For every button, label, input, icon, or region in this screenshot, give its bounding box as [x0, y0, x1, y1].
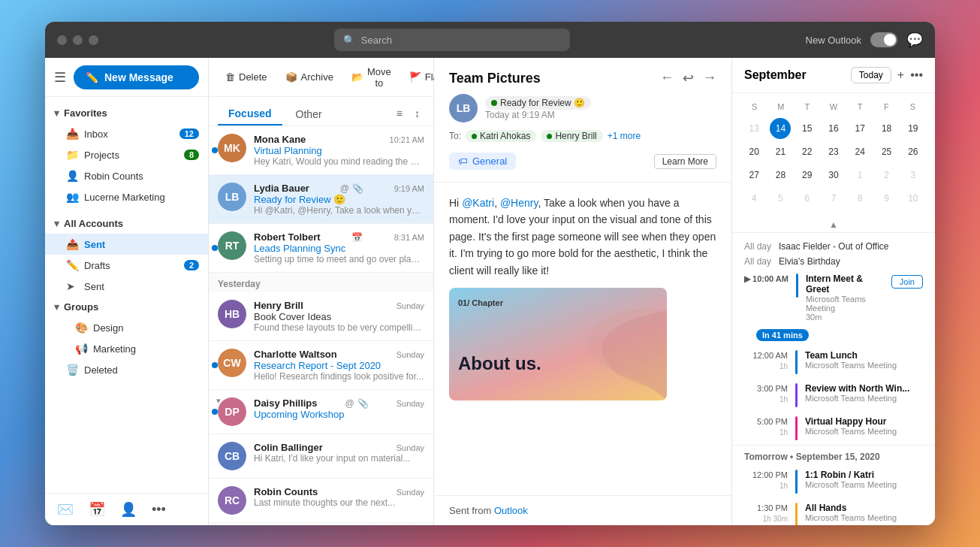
to-label: To: — [449, 131, 461, 141]
outlook-link[interactable]: Outlook — [494, 505, 528, 516]
calendar-collapse[interactable]: ▲ — [732, 216, 935, 233]
hamburger-icon[interactable]: ☰ — [54, 69, 66, 86]
day-name-s2: S — [900, 99, 926, 114]
add-event-icon[interactable]: + — [897, 68, 904, 82]
cal-day-2[interactable]: 2 — [876, 165, 897, 186]
filter-icon[interactable]: ≡ — [392, 103, 407, 125]
cal-day-18[interactable]: 18 — [876, 118, 897, 139]
event-happy-hour: 5:00 PM 1h Virtual Happy Hour Microsoft … — [732, 412, 935, 445]
sort-icon[interactable]: ↕ — [410, 103, 424, 125]
day-name-t2: T — [847, 99, 873, 114]
all-accounts-section[interactable]: ▾ All Accounts — [45, 213, 208, 234]
cal-day-27[interactable]: 27 — [743, 165, 764, 186]
sidebar-item-design[interactable]: 🎨 Design — [45, 317, 208, 338]
email-item-mona[interactable]: MK Mona Kane 10:21 AM Virtual Planning H… — [209, 126, 433, 175]
email-item-robert[interactable]: RT Robert Tolbert 📅 8:31 AM Leads Planni… — [209, 224, 433, 273]
sidebar-item-sent[interactable]: 📤 Sent — [45, 234, 208, 255]
join-button[interactable]: Join — [891, 275, 923, 289]
cal-day-8[interactable]: 8 — [849, 188, 870, 209]
sidebar-item-marketing[interactable]: 📢 Marketing — [45, 338, 208, 359]
avatar: CW — [218, 349, 246, 377]
learn-more-button[interactable]: Learn More — [654, 154, 716, 169]
sidebar-item-projects[interactable]: 📁 Projects 8 — [45, 144, 208, 165]
email-subject: Ready for Review 🙂 — [254, 194, 424, 205]
email-time: 9:19 AM — [394, 184, 424, 193]
favorites-section[interactable]: ▾ Favorites — [45, 103, 208, 123]
cal-day-19[interactable]: 19 — [903, 118, 924, 139]
cal-day-7[interactable]: 7 — [823, 188, 844, 209]
sidebar-item-sent2[interactable]: ➤ Sent — [45, 276, 208, 297]
sender-avatar: LB — [449, 94, 478, 122]
archive-button[interactable]: 📦 Archive — [278, 67, 341, 87]
people-bottom-icon[interactable]: 👤 — [120, 501, 137, 518]
new-message-button[interactable]: ✏️ New Message — [74, 65, 199, 89]
cal-day-30[interactable]: 30 — [823, 165, 844, 186]
cal-day-21[interactable]: 21 — [770, 141, 791, 162]
cal-day-29[interactable]: 29 — [797, 165, 818, 186]
cal-day-6[interactable]: 6 — [797, 188, 818, 209]
cal-day-9[interactable]: 9 — [876, 188, 897, 209]
mail-bottom-icon[interactable]: ✉️ — [57, 501, 74, 518]
cal-day-20[interactable]: 20 — [743, 141, 764, 162]
cal-day-23[interactable]: 23 — [823, 141, 844, 162]
event-title-intern: Intern Meet & Greet — [806, 274, 884, 295]
groups-section[interactable]: ▾ Groups — [45, 297, 208, 317]
email-item-robin[interactable]: RC Robin Counts Sunday Last minute thoug… — [209, 479, 433, 523]
sidebar-item-lucerne[interactable]: 👥 Lucerne Marketing — [45, 186, 208, 207]
sender-row: LB Ready for Review 🙂 Today at 9:19 AM — [449, 94, 716, 122]
cal-day-24[interactable]: 24 — [849, 141, 870, 162]
tab-focused[interactable]: Focused — [218, 103, 282, 125]
notifications-icon[interactable]: 💬 — [906, 32, 923, 48]
move-to-button[interactable]: 📂 Move to — [344, 62, 399, 93]
cal-day-16[interactable]: 16 — [823, 118, 844, 139]
email-item-lydia[interactable]: LB Lydia Bauer @ 📎 9:19 AM Ready for Rev… — [209, 175, 433, 224]
email-item-charlotte[interactable]: CW Charlotte Waltson Sunday Research Rep… — [209, 341, 433, 390]
sidebar-item-inbox[interactable]: 📥 Inbox 12 — [45, 123, 208, 144]
nav-reply-icon[interactable]: ↩ — [683, 70, 694, 86]
cal-day-4[interactable]: 4 — [743, 188, 764, 209]
cal-day-5[interactable]: 5 — [770, 188, 791, 209]
cal-day-14[interactable]: 14 — [770, 118, 791, 139]
email-item-henry[interactable]: HB Henry Brill Sunday Book Cover Ideas F… — [209, 292, 433, 341]
event-robin-katri: 12:00 PM 1h 1:1 Robin / Katri Microsoft … — [732, 465, 935, 498]
calendar-bottom-icon[interactable]: 📅 — [89, 501, 105, 518]
nav-forward-icon[interactable]: → — [703, 70, 716, 86]
day-name-s1: S — [741, 99, 767, 114]
today-button[interactable]: Today — [851, 67, 891, 83]
search-bar[interactable]: 🔍 Search — [334, 29, 570, 51]
cal-day-28[interactable]: 28 — [770, 165, 791, 186]
sidebar-item-robin-counts[interactable]: 👤 Robin Counts — [45, 165, 208, 186]
cal-day-13[interactable]: 13 — [743, 118, 764, 139]
nav-back-icon[interactable]: ← — [660, 70, 674, 86]
email-item-daisy[interactable]: ▾ DP Daisy Phillips @ 📎 Sunday Upcoming … — [209, 390, 433, 434]
more-bottom-icon[interactable]: ••• — [152, 502, 166, 518]
maximize-light[interactable] — [89, 35, 98, 45]
delete-button[interactable]: 🗑 Delete — [218, 67, 275, 87]
more-recipients-link[interactable]: +1 more — [608, 131, 641, 141]
sidebar-item-drafts[interactable]: ✏️ Drafts 2 — [45, 255, 208, 276]
cal-day-10[interactable]: 10 — [903, 188, 924, 209]
cal-day-26[interactable]: 26 — [903, 141, 924, 162]
detail-title: Team Pictures — [449, 71, 541, 86]
close-light[interactable] — [57, 35, 67, 45]
img-chapter: 01/ Chapter — [458, 297, 503, 310]
in-mins-badge: In 41 mins — [756, 329, 809, 341]
minimize-light[interactable] — [73, 35, 83, 45]
calendar-month: September — [744, 68, 845, 82]
expand-chevron[interactable]: ▾ — [216, 396, 221, 406]
sidebar-item-deleted[interactable]: 🗑️ Deleted — [45, 359, 208, 380]
tab-other[interactable]: Other — [285, 103, 333, 125]
cal-day-15[interactable]: 15 — [797, 118, 818, 139]
cal-day-22[interactable]: 22 — [797, 141, 818, 162]
cal-day-3[interactable]: 3 — [903, 165, 924, 186]
mention-katri: @Katri — [462, 197, 494, 209]
new-outlook-toggle[interactable] — [870, 32, 897, 47]
traffic-lights — [57, 35, 98, 45]
all-accounts-label: All Accounts — [64, 218, 123, 229]
cal-day-25[interactable]: 25 — [876, 141, 897, 162]
cal-day-1[interactable]: 1 — [849, 165, 870, 186]
title-bar-right: New Outlook 💬 — [806, 32, 923, 48]
cal-day-17[interactable]: 17 — [849, 118, 870, 139]
email-item-colin[interactable]: CB Colin Ballinger Sunday Hi Katri, I'd … — [209, 434, 433, 479]
calendar-more-icon[interactable]: ••• — [910, 68, 923, 82]
